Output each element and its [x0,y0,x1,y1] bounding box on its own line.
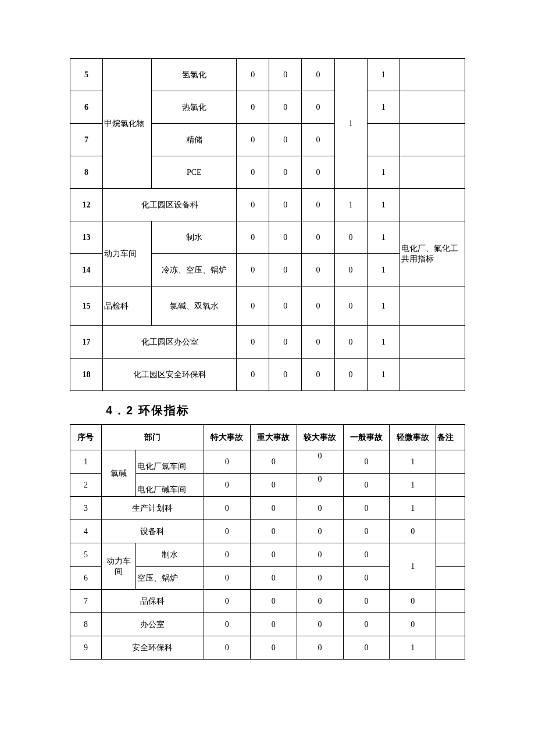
header-seq: 序号 [70,425,102,450]
stat-cell: 0 [343,520,390,543]
dept-span-cell: 品保科 [101,590,204,613]
stat-cell: 0 [250,520,297,543]
stat-cell: 0 [343,590,390,613]
header-stat: 特大事故 [204,425,250,450]
stat-cell: 0 [204,497,250,520]
stat-cell: 0 [297,497,343,520]
stat-cell-merged: 1 [334,59,367,189]
env-indicators-table: 序号 部门 特大事故 重大事故 较大事故 一般事故 轻微事故 备注 1 氯碱 电… [70,424,465,660]
stat-cell: 0 [204,520,250,543]
stat-cell: 0 [297,520,343,543]
sub-cell: 冷冻、空压、锅炉 [152,254,237,286]
stat-cell: 0 [269,156,302,189]
stat-cell: 0 [237,326,269,359]
table-row: 8 办公室 0 0 0 0 0 [70,613,465,636]
table-row: 13 动力车间 制水 0 0 0 0 1 电化厂、氟化工共用指标 [70,221,465,254]
dept-span-cell: 设备科 [101,520,204,543]
stat-cell: 0 [297,636,343,660]
stat-cell: 0 [343,450,390,474]
table-row: 1 氯碱 电化厂氯车间 0 0 0 0 1 [70,450,465,474]
stat-cell: 0 [297,450,343,474]
header-stat: 轻微事故 [390,425,436,450]
sub-cell: 热氯化 [152,91,237,124]
stat-cell: 1 [390,636,436,660]
note-cell [400,156,465,189]
stat-cell: 0 [204,543,250,567]
stat-cell: 0 [237,124,269,156]
note-cell [436,590,465,613]
note-cell [436,497,465,520]
stat-cell: 0 [269,221,302,254]
stat-cell: 0 [343,497,390,520]
note-cell [436,636,465,660]
dept-span-cell: 生产计划科 [101,497,204,520]
stat-cell: 0 [269,326,302,359]
table-row: 18 化工园区安全环保科 0 0 0 0 1 [70,359,465,391]
dept-span-cell: 安全环保科 [101,636,204,660]
note-cell [400,359,465,391]
section-heading: 4．2 环保指标 [106,403,465,418]
seq-cell: 7 [70,590,102,613]
table-row: 9 安全环保科 0 0 0 0 1 [70,636,465,660]
stat-cell: 1 [367,156,400,189]
dept-cell-merged: 动力车间 [103,221,152,286]
stat-cell: 1 [367,59,400,91]
note-cell [436,567,465,590]
sub-cell: 制水 [136,543,204,567]
stat-cell: 0 [343,543,390,567]
note-cell [436,450,465,474]
table-row: 3 生产计划科 0 0 0 0 1 [70,497,465,520]
stat-cell: 0 [302,286,334,326]
stat-cell: 0 [269,254,302,286]
stat-cell: 0 [204,474,250,497]
sub-cell: PCE [152,156,237,189]
seq-cell: 13 [70,221,103,254]
note-cell [400,59,465,91]
seq-cell: 1 [70,450,102,474]
stat-cell: 0 [334,254,367,286]
stat-cell: 0 [297,567,343,590]
stat-cell: 0 [237,59,269,91]
stat-cell: 0 [269,189,302,221]
stat-cell: 0 [237,254,269,286]
stat-cell: 1 [390,450,436,474]
stat-cell: 1 [367,221,400,254]
stat-cell: 0 [250,590,297,613]
stat-cell: 0 [302,326,334,359]
stat-cell: 0 [269,91,302,124]
dept-cell-merged: 甲烷氯化物 [103,59,152,189]
seq-cell: 2 [70,474,102,497]
stat-cell: 0 [302,221,334,254]
stat-cell: 1 [367,189,400,221]
stat-cell: 0 [250,567,297,590]
seq-cell: 9 [70,636,102,660]
stat-cell: 0 [302,359,334,391]
stat-cell: 0 [237,156,269,189]
stat-cell: 0 [237,91,269,124]
stat-cell: 0 [237,286,269,326]
table-row: 12 化工园区设备科 0 0 0 1 1 [70,189,465,221]
table-row: 17 化工园区办公室 0 0 0 0 1 [70,326,465,359]
stat-cell: 0 [343,474,390,497]
stat-cell: 0 [297,474,343,497]
dept-span-cell: 化工园区安全环保科 [103,359,237,391]
header-note: 备注 [436,425,465,450]
stat-cell: 0 [334,326,367,359]
note-cell [400,286,465,326]
sub-cell: 电化厂氯车间 [136,450,204,474]
note-cell [400,91,465,124]
stat-cell: 1 [367,359,400,391]
stat-cell: 0 [390,613,436,636]
table-row: 7 品保科 0 0 0 0 0 [70,590,465,613]
stat-cell: 0 [302,91,334,124]
sub-cell: 空压、锅炉 [136,567,204,590]
stat-cell: 0 [204,567,250,590]
stat-cell: 0 [250,474,297,497]
stat-cell: 0 [334,359,367,391]
stat-cell: 0 [204,636,250,660]
stat-cell [367,124,400,156]
seq-cell: 5 [70,59,103,91]
stat-cell: 1 [367,254,400,286]
stat-cell: 1 [367,91,400,124]
note-cell [400,189,465,221]
